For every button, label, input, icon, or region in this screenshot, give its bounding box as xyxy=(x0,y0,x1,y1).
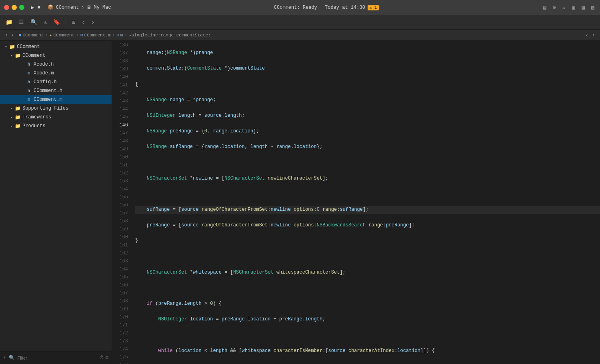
ln-170: 170 xyxy=(112,314,128,322)
project-name: CComment xyxy=(56,5,79,10)
sidebar-item-ccomment-m[interactable]: m CComment.m xyxy=(0,95,112,104)
sidebar-item-config-h[interactable]: h Config.h xyxy=(0,78,112,86)
back-icon[interactable]: ‹ xyxy=(79,18,87,27)
code-line-151 xyxy=(135,284,600,292)
ln-151: 151 xyxy=(112,162,128,170)
sep-1: › xyxy=(45,33,48,38)
main-layout: ▾ 📁 CComment ▾ 📁 CComment h Xcode.h m Xc… xyxy=(0,41,600,364)
breadcrumb-forward[interactable]: › xyxy=(10,32,14,38)
sidebar-label: CComment xyxy=(22,53,46,58)
machine-icon: 🖥 xyxy=(86,4,91,10)
file-icon: h xyxy=(26,79,32,85)
file-icon: m xyxy=(26,96,32,103)
filter-input[interactable] xyxy=(17,356,96,360)
sep-3: › xyxy=(112,33,115,38)
code-line-141: NSRange preRange = {0, range.location}; xyxy=(135,128,600,136)
arrow-icon: ▸ xyxy=(9,115,14,120)
sidebar-tree: ▾ 📁 CComment ▾ 📁 CComment h Xcode.h m Xc… xyxy=(0,41,112,351)
arrow-icon: ▸ xyxy=(9,124,14,128)
play-button[interactable]: ▶ xyxy=(31,4,34,11)
sidebar-item-products[interactable]: ▸ 📁 Products xyxy=(0,122,112,130)
folder-icon: 📁 xyxy=(14,52,21,59)
ln-166: 166 xyxy=(112,282,128,290)
sidebar-item-xcode-h[interactable]: h Xcode.h xyxy=(0,60,112,69)
ln-141: 141 xyxy=(112,82,128,90)
breadcrumb-item-3[interactable]: m CComment.m xyxy=(80,33,111,38)
code-line-146: sufRange = [source rangeOfCharacterFromS… xyxy=(135,206,600,214)
folder-icon: 📁 xyxy=(14,123,21,129)
app-title: CComment: Ready xyxy=(274,5,317,10)
sidebar-item-ccomment-h[interactable]: h CComment.h xyxy=(0,86,112,95)
ln-163: 163 xyxy=(112,258,128,266)
project-selector[interactable]: 📦 CComment › 🖥 My Mac xyxy=(48,4,111,10)
sidebar-label: Xcode.h xyxy=(34,62,54,67)
code-line-139: NSRange range = *prange; xyxy=(135,96,600,104)
navigator-icon[interactable]: ☰ xyxy=(16,17,26,27)
inspector-icon[interactable]: ▣ xyxy=(570,4,577,11)
search-toolbar-icon[interactable]: 🔍 xyxy=(28,17,40,27)
filter-option-1[interactable]: ⏱ xyxy=(99,355,104,361)
ln-165: 165 xyxy=(112,274,128,282)
folder-icon[interactable]: 📁 xyxy=(3,17,15,27)
add-file-button[interactable]: + xyxy=(3,355,6,361)
ln-142: 142 xyxy=(112,90,128,98)
code-line-142: NSRange sufRange = {range.location, leng… xyxy=(135,143,600,151)
layout-icon[interactable]: ▤ xyxy=(542,4,548,11)
code-content[interactable]: range:(NSRange *)prange commentState:(Co… xyxy=(131,41,600,364)
panel-icon[interactable]: ▦ xyxy=(580,4,586,11)
breadcrumb-item-2[interactable]: ▸ CComment xyxy=(50,32,74,38)
sidebar-item-ccomment-group[interactable]: ▾ 📁 CComment xyxy=(0,51,112,60)
code-editor[interactable]: 136 137 138 139 140 141 142 143 144 145 … xyxy=(112,41,600,364)
warning-badge[interactable]: ⚠ 1 xyxy=(368,5,379,10)
project-icon: 📦 xyxy=(48,4,54,10)
close-button[interactable] xyxy=(4,5,9,10)
code-line-150: NSCharacterSet *whitespace = [NSCharacte… xyxy=(135,269,600,277)
ln-159: 159 xyxy=(112,226,128,234)
ln-137: 137 xyxy=(112,50,128,58)
sidebar-label: Products xyxy=(22,123,46,129)
toolbar: 📁 ☰ 🔍 ⚠ 🔖 ⊞ ‹ › xyxy=(0,15,600,30)
filter-option-2[interactable]: ⊞ xyxy=(106,355,108,361)
ln-138: 138 xyxy=(112,58,128,66)
sidebar-item-frameworks[interactable]: ▸ 📁 Frameworks xyxy=(0,113,112,122)
code-line-136: range:(NSRange *)prange xyxy=(135,49,600,57)
sep-4: › xyxy=(124,33,127,38)
breadcrumb-item-1[interactable]: ■ CComment xyxy=(19,33,44,38)
code-line-147: preRange = [source rangeOfCharacterFromS… xyxy=(135,222,600,230)
jump-icon[interactable]: ⊕ xyxy=(551,4,558,11)
chevron-icon: › xyxy=(81,5,84,10)
sidebar-item-xcode-m[interactable]: m Xcode.m xyxy=(0,69,112,78)
breadcrumb-back[interactable]: ‹ xyxy=(4,32,9,38)
breadcrumb: ‹ › ■ CComment › ▸ CComment › m CComment… xyxy=(0,30,600,41)
sidebar-label: Xcode.m xyxy=(34,70,54,76)
bookmark-icon[interactable]: 🔖 xyxy=(51,17,62,27)
breadcrumb-item-5[interactable]: -singleLine:range:commentState: xyxy=(129,33,211,38)
minimize-button[interactable] xyxy=(12,5,17,10)
ln-155: 155 xyxy=(112,194,128,202)
timestamp: Today at 14:30 xyxy=(325,5,365,10)
maximize-button[interactable] xyxy=(19,5,24,10)
titlebar: ▶ ■ 📦 CComment › 🖥 My Mac CComment: Read… xyxy=(0,0,600,15)
ln-161: 161 xyxy=(112,242,128,250)
machine-name: My Mac xyxy=(94,5,111,10)
sidebar-item-ccomment-root[interactable]: ▾ 📁 CComment xyxy=(0,42,112,51)
grid-icon[interactable]: ⊞ xyxy=(69,17,77,27)
folder-bc-icon: ▸ xyxy=(50,32,52,38)
code-line-144: NSCharacterSet *newline = [NSCharacterSe… xyxy=(135,175,600,183)
ln-174: 174 xyxy=(112,346,128,354)
ln-150: 150 xyxy=(112,154,128,162)
sidebar-right-icon[interactable]: ▧ xyxy=(590,4,596,11)
code-line-137: commentState:(CommentState *)commentStat… xyxy=(135,65,600,73)
breadcrumb-item-4[interactable]: m m xyxy=(116,33,123,38)
file-bc-icon: m xyxy=(80,33,83,38)
switch-icon[interactable]: ⇆ xyxy=(561,4,567,11)
stop-button[interactable]: ■ xyxy=(37,5,40,10)
forward-icon[interactable]: › xyxy=(89,18,97,27)
sidebar-item-supporting-files[interactable]: ▸ 📁 Supporting Files xyxy=(0,104,112,113)
breadcrumb-right-forward[interactable]: › xyxy=(591,32,596,38)
breadcrumb-right-back[interactable]: ‹ xyxy=(584,32,589,38)
editor-scroll[interactable]: 136 137 138 139 140 141 142 143 144 145 … xyxy=(112,41,600,364)
ln-167: 167 xyxy=(112,290,128,298)
ln-154: 154 xyxy=(112,186,128,194)
warning-toolbar-icon[interactable]: ⚠ xyxy=(41,17,49,27)
